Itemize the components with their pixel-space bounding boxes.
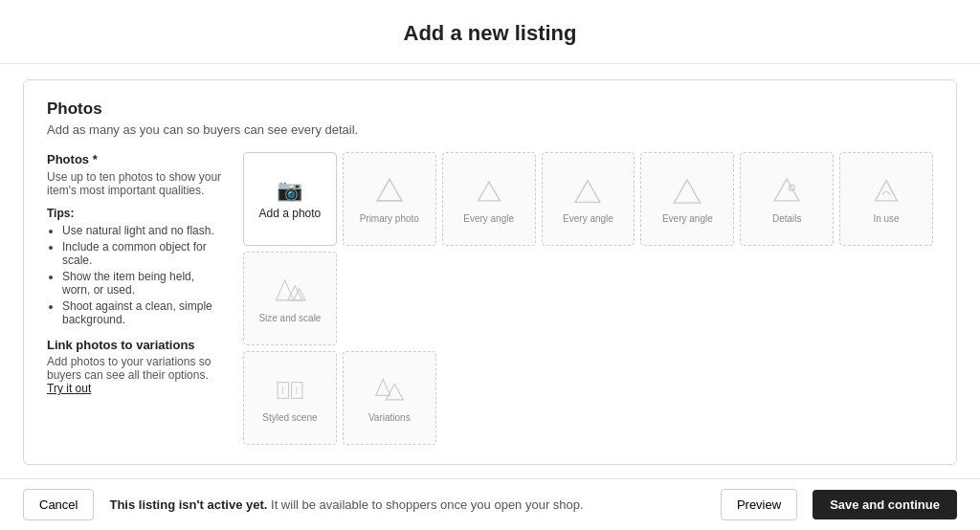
primary-photo-icon [371,173,408,210]
tips-label: Tips: [47,207,224,220]
tip-item: Shoot against a clean, simple background… [62,299,224,326]
tip-item: Show the item being held, worn, or used. [62,270,224,297]
camera-icon: 📷 [277,178,302,203]
photo-slot-styled[interactable]: Styled scene [243,351,337,445]
tip-item: Use natural light and no flash. [62,224,224,237]
photo-slot-angle2[interactable]: Every angle [542,152,635,246]
photos-field-label: Photos * [47,152,224,166]
details-icon [768,173,805,210]
photo-slot-label: Every angle [563,213,613,224]
photos-instructions: Photos * Use up to ten photos to show yo… [47,152,224,445]
add-photo-label: Add a photo [259,207,322,220]
svg-marker-3 [576,181,601,203]
preview-button[interactable]: Preview [721,489,797,520]
photo-slot-label: Styled scene [262,412,317,423]
photos-grid-row1: 📷 Add a photo Primary photo [243,152,933,345]
svg-marker-0 [377,180,402,202]
link-photos-title: Link photos to variations [47,338,224,352]
photo-slot-details[interactable]: Details [740,152,834,246]
cancel-button[interactable]: Cancel [23,489,94,520]
photos-section: Photos Add as many as you can so buyers … [23,79,957,465]
photo-slot-variations[interactable]: Variations [343,351,436,445]
tip-item: Include a common object for scale. [62,240,224,267]
listing-status-bold: This listing isn't active yet. [109,497,267,512]
add-photo-cell[interactable]: 📷 Add a photo [243,152,337,246]
svg-marker-15 [375,380,390,396]
svg-marker-5 [774,180,799,202]
page-header: Add a new listing [0,0,980,64]
page-title: Add a new listing [0,21,980,46]
photos-section-subtitle: Add as many as you can so buyers can see… [47,122,933,137]
photos-grid-row2: Styled scene Variations [243,351,933,445]
photo-slot-angle3[interactable]: Every angle [640,152,734,246]
svg-marker-4 [675,180,701,203]
photos-layout: Photos * Use up to ten photos to show yo… [47,152,933,445]
photo-slot-label: Size and scale [258,313,321,323]
styled-icon [272,372,308,409]
listing-status-suffix: It will be available to shoppers once yo… [271,497,584,512]
svg-marker-1 [478,183,500,202]
try-it-out-link[interactable]: Try it out [47,382,91,395]
angle2-icon [569,173,606,210]
photo-slot-angle1[interactable]: Every angle [442,152,536,246]
tips-list: Use natural light and no flash. Include … [47,224,224,326]
photos-field-desc: Use up to ten photos to show your item's… [47,170,224,197]
photos-grid-area: 📷 Add a photo Primary photo [243,152,933,445]
photo-slot-scale[interactable]: Size and scale [243,252,337,345]
angle1-icon [471,173,507,210]
angle3-icon [669,173,705,210]
photos-section-title: Photos [47,99,933,119]
svg-marker-8 [276,280,293,300]
link-photos-desc: Add photos to your variations so buyers … [47,355,224,395]
photo-slot-label: Variations [368,412,411,423]
main-content: Photos Add as many as you can so buyers … [0,64,980,530]
footer-bar: Cancel This listing isn't active yet. It… [0,478,980,530]
photo-slot-label: Primary photo [360,213,419,224]
photo-slot-label: In use [873,213,899,224]
photo-slot-inuse[interactable]: In use [839,152,933,246]
scale-icon [272,273,308,309]
photo-slot-label: Details [772,213,802,224]
photo-slot-label: Every angle [463,213,514,224]
save-continue-button[interactable]: Save and continue [813,490,957,519]
svg-marker-7 [876,181,898,201]
photo-slot-primary[interactable]: Primary photo [343,152,436,246]
variations-icon [371,372,408,409]
inuse-icon [868,173,904,210]
footer-status: This listing isn't active yet. It will b… [109,497,704,512]
photo-slot-label: Every angle [662,213,713,224]
